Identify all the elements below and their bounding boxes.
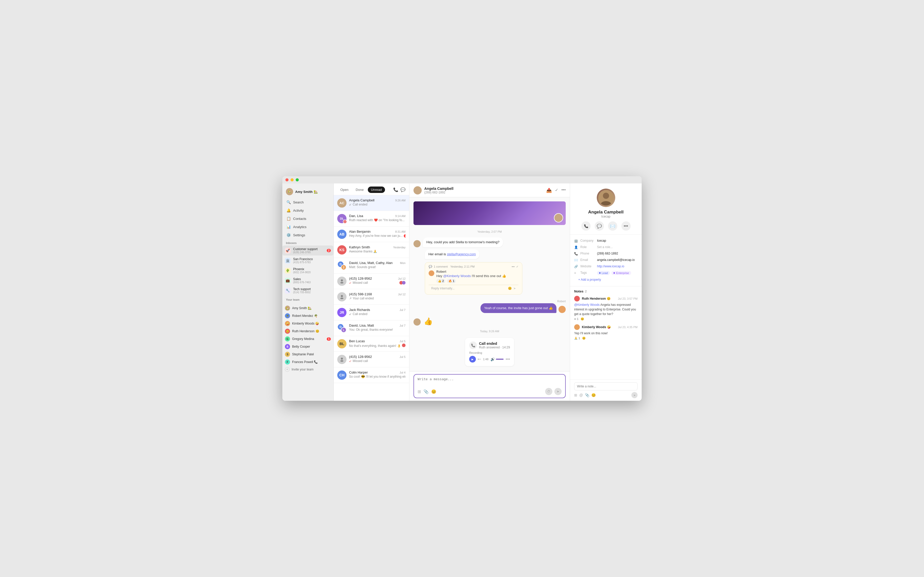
tag-enterprise[interactable]: Enterprise bbox=[611, 271, 631, 275]
attach-icon[interactable]: 📎 bbox=[424, 389, 429, 394]
list-item[interactable]: DL 2 Dan, Lisa 9:14 AM Ruth reacted with… bbox=[334, 211, 409, 227]
volume-control: 🔊 bbox=[490, 357, 503, 361]
chat-input-box: ⊞ 📎 😊 ⏱ ➤ bbox=[413, 374, 566, 398]
sidebar-item-activity[interactable]: 🔔 Activity bbox=[284, 206, 331, 214]
phone-icon[interactable]: 📞 bbox=[393, 187, 398, 192]
notes-input[interactable] bbox=[574, 382, 637, 390]
inbox-info: Phoenix (602) 154-9820 bbox=[293, 268, 331, 274]
play-button[interactable]: ▶ bbox=[469, 356, 476, 363]
team-item-stephanie[interactable]: S Stephanie Patel bbox=[282, 350, 334, 358]
avatar: B bbox=[285, 344, 290, 349]
screen-share-icon[interactable]: 📤 bbox=[546, 187, 552, 193]
check-icon[interactable]: ✓ bbox=[555, 187, 558, 193]
conv-list-header: Open Done Unread 📞 💬 bbox=[334, 184, 409, 195]
check-icon[interactable]: ✓ bbox=[516, 265, 518, 268]
comment-header: 💬 1 comment Yesterday, 2:11 PM ••• ✓ bbox=[429, 265, 518, 268]
outgoing-message-wrap: Robert Yeah of course, the invite has ju… bbox=[413, 300, 566, 313]
tab-done[interactable]: Done bbox=[353, 187, 367, 193]
team-item-betty[interactable]: B Betty Cooper bbox=[282, 343, 334, 350]
format-icon[interactable]: ⊞ bbox=[418, 389, 421, 394]
add-property-button[interactable]: + Add a property bbox=[574, 276, 637, 283]
tag-lead[interactable]: Lead bbox=[597, 271, 610, 275]
sidebar-item-phoenix[interactable]: 🌵 Phoenix (602) 154-9820 bbox=[282, 266, 334, 276]
more-options-button[interactable]: ••• bbox=[621, 221, 631, 230]
team-item-gregory[interactable]: G Gregory Medina 1 bbox=[282, 335, 334, 343]
reply-placeholder[interactable]: Reply internally... bbox=[431, 287, 455, 290]
more-icon[interactable]: ••• bbox=[511, 265, 514, 268]
team-item-ruth[interactable]: 😊 Ruth Henderson 😊 bbox=[282, 327, 334, 335]
sidebar-item-settings[interactable]: ⚙️ Settings bbox=[284, 231, 331, 239]
list-item[interactable]: AC Angela Campbell 9:26 AM ↙ Call ended bbox=[334, 195, 409, 211]
list-item[interactable]: (415) 128-9562 Jul 12 ↙ Missed call bbox=[334, 274, 409, 289]
note-text: @Kimberly Woods Angela has expressed int… bbox=[574, 303, 637, 316]
comment-text: Hey @Kimberly Woods I'll send this one o… bbox=[436, 274, 506, 278]
list-item[interactable]: CH Colin Harper Jul 4 So cool! 😎 I'll le… bbox=[334, 367, 409, 383]
avatar: 🏡 bbox=[285, 306, 290, 311]
tab-unread[interactable]: Unread bbox=[368, 187, 385, 193]
list-item[interactable]: (415) 598-1168 Jul 12 ↗ Your call ended bbox=[334, 289, 409, 305]
emoji-icon[interactable]: 😊 bbox=[591, 393, 596, 397]
volume-bar[interactable] bbox=[496, 359, 503, 360]
chat-icon[interactable]: 💬 bbox=[400, 187, 406, 192]
email-button[interactable]: ✉️ bbox=[608, 221, 617, 230]
reaction[interactable]: 😊 bbox=[581, 318, 584, 321]
message-text: Her email is stella@agency.com bbox=[428, 252, 476, 256]
sidebar-item-analytics[interactable]: 📊 Analytics bbox=[284, 223, 331, 230]
more-options-icon[interactable]: ••• bbox=[561, 187, 566, 193]
emoji-icon[interactable]: 😊 bbox=[431, 389, 436, 394]
notes-send-button[interactable]: ➤ bbox=[631, 392, 637, 398]
website-link[interactable]: http://www.icecap.io bbox=[597, 264, 624, 268]
avatar bbox=[413, 240, 421, 247]
reaction[interactable]: 😊 bbox=[582, 337, 586, 340]
reaction[interactable]: 🙏 1 bbox=[574, 337, 580, 340]
close-button[interactable] bbox=[285, 178, 289, 181]
message-button[interactable]: 💬 bbox=[595, 221, 604, 230]
sidebar-item-tech-support[interactable]: 🔧 Tech support (514) 705-8002 bbox=[282, 285, 334, 295]
attach-icon[interactable]: 📎 bbox=[585, 393, 589, 397]
preview-text: Your call ended bbox=[353, 297, 374, 300]
contacts-icon: 📋 bbox=[287, 216, 290, 221]
team-item-amy[interactable]: 🏡 Amy Smith 🏡 bbox=[282, 304, 334, 312]
plus-icon: + bbox=[285, 367, 290, 372]
activity-icon: 🔔 bbox=[287, 208, 290, 213]
list-item[interactable]: AB Alan Benjamin 8:31 AM Hey Amy, if you… bbox=[334, 227, 409, 242]
list-item[interactable]: BL Ben Lucas Jul 5 No that's everything,… bbox=[334, 336, 409, 352]
send-button[interactable]: ➤ bbox=[555, 388, 561, 395]
svg-point-5 bbox=[341, 358, 343, 360]
list-item[interactable]: D L David, Lisa, Matt Jul 7 You: Ok grea… bbox=[334, 321, 409, 336]
volume-icon[interactable]: 🔊 bbox=[490, 357, 495, 361]
conv-preview: Awesome thanks 🙏 bbox=[349, 250, 406, 253]
more-options-icon[interactable]: ••• bbox=[506, 357, 510, 361]
maximize-button[interactable] bbox=[296, 178, 299, 181]
schedule-send-button[interactable]: ⏱ bbox=[545, 388, 552, 395]
inbox-phone: (415) 875-5783 bbox=[293, 261, 331, 264]
sidebar-item-san-francisco[interactable]: 🏛️ San Francisco (415) 875-5783 bbox=[282, 256, 334, 266]
reaction[interactable]: 👍 2 bbox=[436, 279, 445, 283]
message-input[interactable] bbox=[418, 377, 561, 385]
reaction[interactable]: 🔥 1 bbox=[447, 279, 456, 283]
list-item[interactable]: D 2 David, Lisa, Matt, Cathy, Alan Mon M… bbox=[334, 258, 409, 274]
send-icon[interactable]: ➤ bbox=[513, 287, 516, 290]
avatar: CH bbox=[337, 371, 347, 380]
team-item-kimberly[interactable]: 🤪 Kimberly Woods 🤪 bbox=[282, 320, 334, 327]
inbox-icon: 💼 bbox=[285, 278, 290, 284]
progress-bar[interactable] bbox=[478, 359, 481, 360]
conv-time: 9:26 AM bbox=[395, 199, 406, 202]
reaction[interactable]: •• 1 bbox=[574, 318, 579, 321]
list-item[interactable]: JR Jack Richards Jul 7 ↙ Call ended bbox=[334, 305, 409, 321]
emoji-icon[interactable]: 😊 bbox=[508, 287, 512, 290]
tab-open[interactable]: Open bbox=[337, 187, 352, 193]
invite-team-button[interactable]: + Invite your team bbox=[282, 366, 334, 373]
list-item[interactable]: (415) 128-9562 Jul 5 ↙ Missed call bbox=[334, 352, 409, 367]
minimize-button[interactable] bbox=[290, 178, 293, 181]
sidebar-item-sales[interactable]: 💼 Sales (800) 676-7463 bbox=[282, 276, 334, 285]
format-icon[interactable]: ⊞ bbox=[574, 393, 577, 397]
list-item[interactable]: KS Kathryn Smith Yesterday Awesome thank… bbox=[334, 242, 409, 258]
call-button[interactable] bbox=[581, 221, 590, 230]
sidebar-item-search[interactable]: 🔍 Search bbox=[284, 198, 331, 206]
at-icon[interactable]: @ bbox=[579, 393, 583, 397]
sidebar-item-contacts[interactable]: 📋 Contacts bbox=[284, 215, 331, 222]
sidebar-item-customer-support[interactable]: 🚀 Customer support (628) 246-3765 2 bbox=[282, 245, 334, 256]
team-item-frances[interactable]: F Frances Powell 📞 bbox=[282, 358, 334, 366]
team-item-robert[interactable]: 🌴 Robert Mendez 🌴 bbox=[282, 312, 334, 320]
